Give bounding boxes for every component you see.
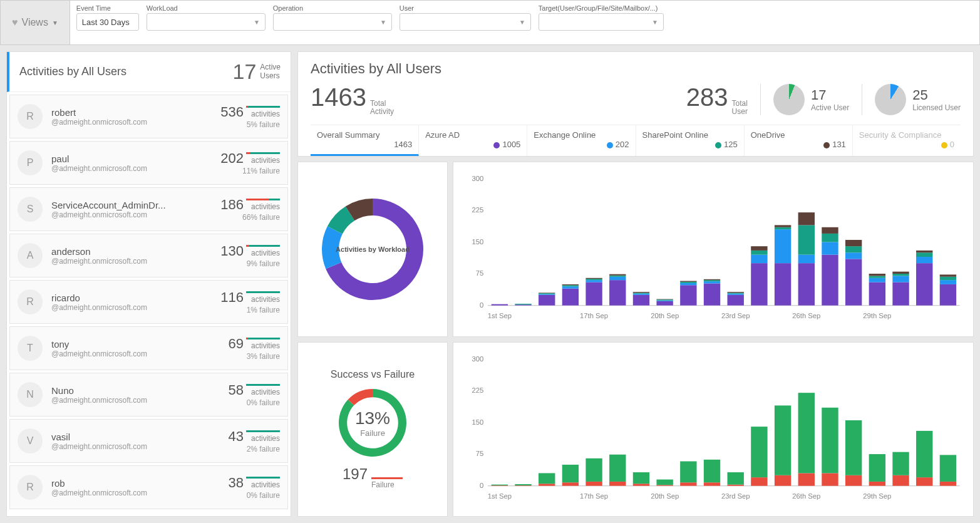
failure-pct: 5% failure xyxy=(220,120,280,129)
svg-rect-82 xyxy=(940,284,956,306)
avatar: S xyxy=(18,197,43,222)
detail-panel: Activities by All Users 1463 TotalActivi… xyxy=(297,51,974,517)
svg-text:23rd Sep: 23rd Sep xyxy=(721,312,750,319)
svg-rect-38 xyxy=(680,286,696,306)
svg-text:26th Sep: 26th Sep xyxy=(792,492,820,500)
svg-rect-134 xyxy=(916,477,932,486)
views-button[interactable]: ♥ Views ▼ xyxy=(1,1,70,44)
user-list[interactable]: R robert @admeight.onmicrosoft.com 536 a… xyxy=(7,92,291,516)
svg-rect-32 xyxy=(633,293,649,294)
svf-percent-label: Failure xyxy=(360,428,385,438)
main: Activities by All Users 17 Active Users … xyxy=(0,45,980,523)
svg-rect-111 xyxy=(633,472,649,484)
svg-rect-100 xyxy=(515,485,531,486)
svg-rect-127 xyxy=(822,407,838,473)
svg-rect-80 xyxy=(916,253,932,257)
toolbar: ♥ Views ▼ Event Time Last 30 Days WorkLo… xyxy=(0,0,980,45)
user-row[interactable]: V vasil @admeight.onmicrosoft.com 43 act… xyxy=(9,419,288,463)
user-stats: 186 activities 66% failure xyxy=(220,197,280,222)
user-row[interactable]: A anderson @admeight.onmicrosoft.com 130… xyxy=(9,234,288,277)
tab-onedrive[interactable]: OneDrive 131 xyxy=(745,125,853,156)
avatar: R xyxy=(18,104,43,129)
user-info: ricardo @admeight.onmicrosoft.com xyxy=(51,293,220,312)
user-stats: 116 activities 1% failure xyxy=(220,289,280,314)
metrics-row: 1463 TotalActivity 283 TotalUser 17 Acti… xyxy=(311,83,961,116)
total-user-metric: 283 TotalUser xyxy=(686,83,748,116)
user-info: anderson @admeight.onmicrosoft.com xyxy=(51,246,220,266)
svg-rect-24 xyxy=(585,279,602,281)
user-select[interactable]: ▼ xyxy=(400,13,531,31)
failure-pct: 0% failure xyxy=(229,491,280,500)
svg-text:75: 75 xyxy=(476,450,484,457)
user-name: robert xyxy=(51,107,220,118)
svg-rect-131 xyxy=(869,454,885,482)
filter-workload: WorkLoad ▼ xyxy=(147,4,266,31)
workload-tabs: Overall Summary 1463Azure AD 1005Exchang… xyxy=(311,125,961,156)
tab-exchange-online[interactable]: Exchange Online 202 xyxy=(527,125,636,156)
failure-pct: 2% failure xyxy=(229,445,280,453)
user-row[interactable]: T tony @admeight.onmicrosoft.com 69 acti… xyxy=(9,326,288,370)
workload-donut-card: Activities by Workload xyxy=(297,162,448,336)
svg-rect-16 xyxy=(539,293,555,294)
activities-count: 58 xyxy=(229,382,244,398)
user-row[interactable]: N Nuno @admeight.onmicrosoft.com 58 acti… xyxy=(9,373,288,417)
failure-pct: 1% failure xyxy=(220,306,280,314)
avatar: T xyxy=(18,336,43,361)
user-stats: 43 activities 2% failure xyxy=(229,428,280,453)
svg-rect-58 xyxy=(798,264,815,306)
user-row[interactable]: R robert @admeight.onmicrosoft.com 536 a… xyxy=(9,95,288,138)
donut-title: Activities by Workload xyxy=(336,246,410,253)
event-time-select[interactable]: Last 30 Days xyxy=(76,13,139,31)
user-domain: @admeight.onmicrosoft.com xyxy=(51,257,220,266)
tab-overall-summary[interactable]: Overall Summary 1463 xyxy=(311,125,419,156)
svg-rect-40 xyxy=(680,282,696,283)
user-row[interactable]: P paul @admeight.onmicrosoft.com 202 act… xyxy=(9,141,288,185)
svf-failure-row: 197 Failure xyxy=(343,465,403,489)
svg-rect-135 xyxy=(916,431,932,477)
svg-text:150: 150 xyxy=(472,418,483,425)
workload-select[interactable]: ▼ xyxy=(147,13,266,31)
user-info: rob @admeight.onmicrosoft.com xyxy=(51,478,229,497)
activities-label: activities xyxy=(246,106,280,118)
active-users-count: 17 xyxy=(232,60,256,84)
avatar: R xyxy=(18,289,43,314)
svg-rect-112 xyxy=(656,485,673,485)
user-row[interactable]: S ServiceAccount_AdminDr... @admeight.on… xyxy=(9,187,288,231)
tab-azure-ad[interactable]: Azure AD 1005 xyxy=(419,125,527,156)
filter-target: Target(User/Group/File/Site/Mailbox/...)… xyxy=(539,4,664,31)
target-select[interactable]: ▼ xyxy=(539,13,664,31)
filter-user: User ▼ xyxy=(400,4,531,31)
activities-count: 116 xyxy=(220,289,244,306)
user-stats: 58 activities 0% failure xyxy=(229,382,280,407)
svg-text:300: 300 xyxy=(472,175,483,182)
svg-rect-46 xyxy=(728,295,744,306)
svg-rect-102 xyxy=(539,484,555,485)
svg-rect-53 xyxy=(751,247,767,251)
svg-rect-122 xyxy=(775,475,791,485)
svg-rect-114 xyxy=(680,482,696,485)
svg-rect-128 xyxy=(845,475,862,485)
svg-rect-55 xyxy=(775,230,791,264)
svg-rect-67 xyxy=(845,253,862,259)
svg-text:300: 300 xyxy=(472,355,483,362)
tab-sharepoint-online[interactable]: SharePoint Online 125 xyxy=(636,125,745,156)
svg-text:17th Sep: 17th Sep xyxy=(580,312,608,319)
svg-rect-64 xyxy=(822,234,838,242)
svg-rect-26 xyxy=(609,281,626,306)
charts-grid: Activities by Workload 0751502253001st S… xyxy=(297,162,974,517)
svg-rect-109 xyxy=(609,454,626,481)
svg-rect-69 xyxy=(845,240,862,246)
operation-select[interactable]: ▼ xyxy=(273,13,392,31)
licensed-user-metric: 25 Licensed User xyxy=(862,84,961,115)
user-row[interactable]: R rob @admeight.onmicrosoft.com 38 activ… xyxy=(9,465,288,509)
filter-label: User xyxy=(400,4,531,12)
tab-security-compliance: Security & Compliance 0 xyxy=(853,125,961,156)
svg-rect-63 xyxy=(822,242,838,255)
svg-rect-15 xyxy=(539,294,555,295)
active-user-pie xyxy=(773,84,805,115)
active-users-label: Active Users xyxy=(260,63,281,80)
user-row[interactable]: R ricardo @admeight.onmicrosoft.com 116 … xyxy=(9,280,288,324)
user-info: tony @admeight.onmicrosoft.com xyxy=(51,339,229,358)
chevron-down-icon: ▼ xyxy=(652,19,658,26)
svg-rect-66 xyxy=(845,259,862,306)
